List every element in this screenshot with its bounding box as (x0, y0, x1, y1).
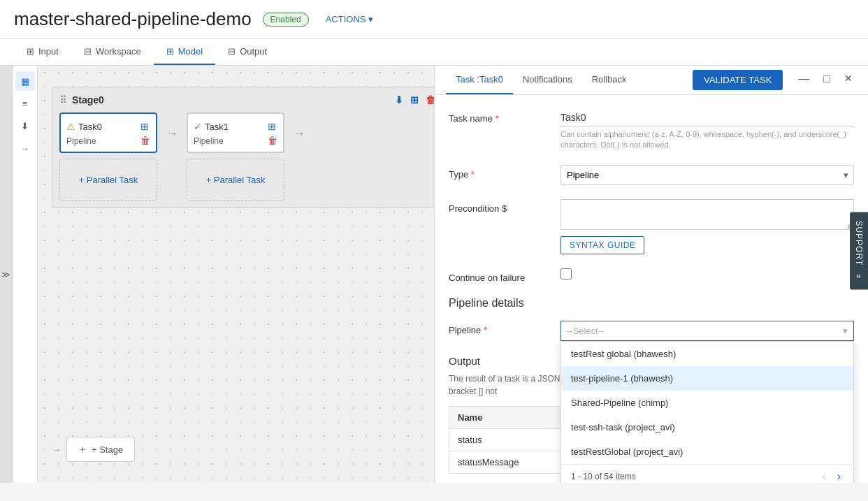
dropdown-item-0[interactable]: testRest global (bhawesh) (561, 342, 853, 366)
required-star-3: * (484, 325, 487, 335)
continue-on-failure-label: Continue on failure (449, 268, 560, 283)
tab-model[interactable]: ⊞ Model (154, 39, 215, 65)
input-icon: ⊞ (27, 46, 34, 57)
type-field: Pipeline Script Deploy Test ▾ (560, 165, 854, 185)
type-select[interactable]: Pipeline Script Deploy Test (560, 165, 854, 185)
main-layout: ≫ ▦ ≡ ⬇ → ⠿ Stage0 ⬇ ⊞ 🗑 (0, 66, 868, 483)
pipeline-dropdown: --Select-- ▾ testRest global (bhawesh) t… (560, 321, 854, 341)
pipeline-dropdown-field: --Select-- ▾ testRest global (bhawesh) t… (560, 321, 854, 341)
tab-input[interactable]: ⊞ Input (14, 39, 71, 65)
task-card-task1[interactable]: ✓ Task1 ⊞ Pipeline 🗑 (187, 112, 284, 153)
add-stage-button[interactable]: ＋ + Stage (66, 437, 135, 462)
tab-output[interactable]: ⊟ Output (215, 39, 280, 65)
dropdown-item-4[interactable]: testRestGlobal (project_avi) (561, 440, 853, 464)
overflow-toggle[interactable]: ≫ (0, 66, 13, 483)
model-icon: ⊞ (166, 46, 174, 57)
type-row: Type * Pipeline Script Deploy Test ▾ (449, 165, 854, 185)
task-name-hint: Can contain alphanumeric (a-z, A-Z, 0-9)… (560, 129, 854, 151)
sidebar-layers-icon[interactable]: ≡ (15, 94, 35, 113)
pipeline-select-trigger[interactable]: --Select-- ▾ (560, 321, 854, 341)
stage-delete-icon[interactable]: 🗑 (426, 94, 435, 106)
pipeline-details-title: Pipeline details (449, 297, 854, 310)
panel-tabs: Task :Task0 Notifications Rollback VALID… (435, 66, 868, 95)
sidebar-icons: ▦ ≡ ⬇ → (13, 66, 38, 483)
overflow-icon: ≫ (1, 270, 10, 279)
precondition-field: ⤡ SYNTAX GUIDE (560, 199, 854, 254)
pipeline-placeholder: --Select-- (567, 326, 604, 336)
support-arrow-icon: « (856, 271, 862, 281)
task1-copy-icon[interactable]: ⊞ (266, 119, 277, 133)
precondition-label: Precondition $ (449, 199, 560, 214)
task0-delete-icon[interactable]: 🗑 (139, 133, 152, 147)
continue-on-failure-wrapper (560, 268, 854, 279)
syntax-guide-button[interactable]: SYNTAX GUIDE (560, 236, 644, 254)
page-title: master-shared-pipeline-demo (14, 8, 252, 30)
add-parallel-task0[interactable]: + Parallel Task (59, 159, 157, 201)
tab-workspace[interactable]: ⊟ Workspace (71, 39, 154, 65)
precondition-input[interactable] (560, 199, 854, 230)
sidebar-grid-icon[interactable]: ▦ (15, 71, 35, 91)
panel-tab-rollback[interactable]: Rollback (582, 66, 637, 94)
dropdown-arrow-icon: ▾ (843, 326, 848, 336)
nav-tabs: ⊞ Input ⊟ Workspace ⊞ Model ⊟ Output (0, 39, 868, 66)
pipeline-row: Pipeline * --Select-- ▾ testRest global … (449, 321, 854, 341)
type-select-wrapper: Pipeline Script Deploy Test ▾ (560, 165, 854, 185)
actions-button[interactable]: ACTIONS ▾ (326, 14, 374, 24)
next-page-button[interactable]: › (834, 470, 844, 483)
dropdown-footer: 1 - 10 of 54 items ‹ › (561, 464, 853, 483)
sidebar-arrow-icon[interactable]: → (15, 138, 35, 158)
sidebar-download-icon[interactable]: ⬇ (15, 116, 35, 136)
task-card-task0[interactable]: ⚠ Task0 ⊞ Pipeline 🗑 (59, 112, 157, 153)
required-star-2: * (471, 169, 475, 180)
type-label: Type * (449, 165, 560, 180)
task-name-input[interactable] (560, 109, 854, 126)
stage-download-icon[interactable]: ⬇ (395, 94, 403, 106)
continue-on-failure-field (560, 268, 854, 279)
task-name-field: Can contain alphanumeric (a-z, A-Z, 0-9)… (560, 109, 854, 151)
stage-name: Stage0 (72, 94, 104, 106)
warning-icon: ⚠ (66, 121, 75, 132)
task1-delete-icon[interactable]: 🗑 (266, 133, 279, 147)
pipeline-label: Pipeline * (449, 321, 560, 335)
task0-copy-icon[interactable]: ⊞ (139, 119, 150, 133)
right-panel: Task :Task0 Notifications Rollback VALID… (435, 66, 868, 483)
tasks-row: ⚠ Task0 ⊞ Pipeline 🗑 + Parall (59, 112, 435, 201)
pagination-buttons: ‹ › (819, 470, 844, 483)
header: master-shared-pipeline-demo Enabled ACTI… (0, 0, 868, 39)
panel-tab-task[interactable]: Task :Task0 (446, 66, 513, 94)
enabled-badge: Enabled (263, 13, 309, 27)
close-icon[interactable]: ✕ (840, 70, 857, 90)
maximize-icon[interactable]: □ (819, 70, 834, 90)
add-parallel-task1[interactable]: + Parallel Task (187, 159, 284, 201)
chevron-down-icon: ▾ (368, 14, 373, 24)
connector-arrow: → (166, 112, 178, 141)
pagination-label: 1 - 10 of 54 items (571, 472, 636, 481)
minimize-icon[interactable]: — (794, 70, 813, 90)
support-tab[interactable]: SUPPORT « (850, 212, 868, 289)
workspace-icon: ⊟ (84, 46, 92, 57)
connector-arrow-2: → (293, 112, 305, 141)
precondition-textarea-wrapper: ⤡ (560, 199, 854, 232)
stage-copy-icon[interactable]: ⊞ (410, 94, 419, 106)
drag-handle-icon[interactable]: ⠿ (59, 94, 66, 106)
dropdown-item-3[interactable]: test-ssh-task (project_avi) (561, 415, 853, 440)
validate-task-button[interactable]: VALIDATE TASK (693, 70, 783, 90)
prev-page-button[interactable]: ‹ (819, 470, 828, 483)
pipeline-canvas: ⠿ Stage0 ⬇ ⊞ 🗑 ⚠ (38, 66, 435, 483)
task-name-row: Task name * Can contain alphanumeric (a-… (449, 109, 854, 151)
panel-tab-notifications[interactable]: Notifications (513, 66, 582, 94)
dropdown-item-1[interactable]: test-pipeline-1 (bhawesh) (561, 366, 853, 391)
output-icon: ⊟ (228, 46, 236, 57)
continue-on-failure-row: Continue on failure (449, 268, 854, 283)
stage-box: ⠿ Stage0 ⬇ ⊞ 🗑 ⚠ (52, 87, 435, 208)
ok-icon: ✓ (194, 121, 202, 132)
precondition-row: Precondition $ ⤡ SYNTAX GUIDE (449, 199, 854, 254)
stage-header: ⠿ Stage0 ⬇ ⊞ 🗑 (59, 94, 435, 106)
continue-on-failure-checkbox[interactable] (560, 268, 572, 279)
required-star: * (496, 113, 499, 124)
pipeline-dropdown-list: testRest global (bhawesh) test-pipeline-… (560, 341, 854, 483)
panel-content: Task name * Can contain alphanumeric (a-… (435, 95, 868, 483)
task-name-label: Task name * (449, 109, 560, 124)
add-stage-area: → ＋ + Stage (52, 437, 135, 462)
dropdown-item-2[interactable]: Shared-Pipeline (chimp) (561, 391, 853, 415)
